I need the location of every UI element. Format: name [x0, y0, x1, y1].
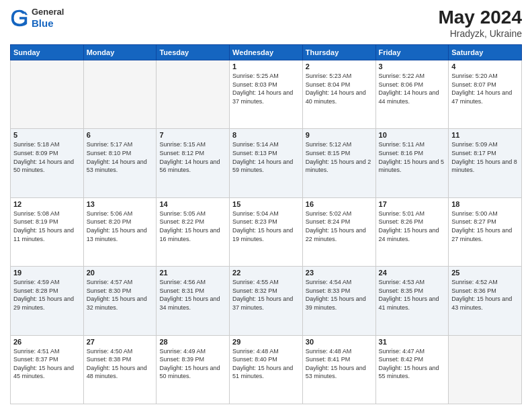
- calendar-cell: 20Sunrise: 4:57 AMSunset: 8:30 PMDayligh…: [83, 267, 157, 335]
- day-info: Sunrise: 4:54 AMSunset: 8:33 PMDaylight:…: [306, 278, 373, 312]
- day-info: Sunrise: 5:06 AMSunset: 8:20 PMDaylight:…: [87, 210, 154, 243]
- day-info: Sunrise: 4:48 AMSunset: 8:41 PMDaylight:…: [306, 347, 373, 381]
- day-number: 19: [13, 269, 81, 277]
- day-number: 21: [159, 269, 226, 277]
- weekday-header-thursday: Thursday: [302, 45, 375, 60]
- day-info: Sunrise: 5:14 AMSunset: 8:13 PMDaylight:…: [232, 140, 300, 174]
- calendar-cell: 30Sunrise: 4:48 AMSunset: 8:41 PMDayligh…: [302, 335, 375, 404]
- calendar-cell: 13Sunrise: 5:06 AMSunset: 8:20 PMDayligh…: [83, 197, 157, 266]
- day-number: 11: [451, 131, 519, 139]
- logo-general: General: [32, 7, 64, 17]
- logo-blue: Blue: [32, 17, 54, 29]
- day-number: 13: [87, 200, 154, 208]
- day-info: Sunrise: 5:04 AMSunset: 8:23 PMDaylight:…: [232, 210, 300, 243]
- day-info: Sunrise: 5:18 AMSunset: 8:09 PMDaylight:…: [13, 140, 81, 174]
- day-info: Sunrise: 4:51 AMSunset: 8:37 PMDaylight:…: [13, 347, 81, 381]
- day-number: 20: [87, 269, 154, 277]
- day-info: Sunrise: 5:02 AMSunset: 8:24 PMDaylight:…: [306, 210, 373, 243]
- calendar-cell: 21Sunrise: 4:56 AMSunset: 8:31 PMDayligh…: [157, 267, 230, 335]
- calendar-cell: 15Sunrise: 5:04 AMSunset: 8:23 PMDayligh…: [230, 197, 303, 266]
- day-info: Sunrise: 5:17 AMSunset: 8:10 PMDaylight:…: [87, 140, 154, 174]
- weekday-header-wednesday: Wednesday: [230, 45, 303, 60]
- day-number: 5: [13, 131, 81, 139]
- week-row-5: 26Sunrise: 4:51 AMSunset: 8:37 PMDayligh…: [11, 335, 522, 404]
- day-number: 4: [451, 62, 519, 71]
- day-number: 18: [451, 200, 519, 208]
- calendar-cell: 10Sunrise: 5:11 AMSunset: 8:16 PMDayligh…: [375, 129, 449, 197]
- day-info: Sunrise: 5:01 AMSunset: 8:26 PMDaylight:…: [379, 210, 446, 243]
- calendar-cell: 24Sunrise: 4:53 AMSunset: 8:35 PMDayligh…: [375, 267, 449, 335]
- week-row-2: 5Sunrise: 5:18 AMSunset: 8:09 PMDaylight…: [11, 129, 522, 197]
- day-info: Sunrise: 5:20 AMSunset: 8:07 PMDaylight:…: [451, 72, 519, 105]
- day-info: Sunrise: 5:05 AMSunset: 8:22 PMDaylight:…: [159, 210, 226, 243]
- logo-text: General Blue: [32, 7, 64, 30]
- calendar-cell: 2Sunrise: 5:23 AMSunset: 8:04 PMDaylight…: [302, 60, 375, 129]
- calendar-cell: 23Sunrise: 4:54 AMSunset: 8:33 PMDayligh…: [302, 267, 375, 335]
- day-number: 28: [159, 338, 226, 346]
- day-number: 10: [379, 131, 446, 139]
- calendar-cell: 27Sunrise: 4:50 AMSunset: 8:38 PMDayligh…: [83, 335, 157, 404]
- calendar-cell: 28Sunrise: 4:49 AMSunset: 8:39 PMDayligh…: [157, 335, 230, 404]
- logo: General Blue: [10, 7, 64, 30]
- day-number: 14: [159, 200, 226, 208]
- page: General Blue May 2024 Hradyzk, Ukraine S…: [0, 0, 532, 411]
- calendar-table: SundayMondayTuesdayWednesdayThursdayFrid…: [10, 44, 522, 404]
- month-year: May 2024: [438, 7, 522, 28]
- day-number: 31: [379, 338, 446, 346]
- day-info: Sunrise: 5:23 AMSunset: 8:04 PMDaylight:…: [306, 72, 373, 105]
- title-block: May 2024 Hradyzk, Ukraine: [438, 7, 522, 39]
- day-info: Sunrise: 5:22 AMSunset: 8:06 PMDaylight:…: [379, 72, 446, 105]
- day-info: Sunrise: 4:50 AMSunset: 8:38 PMDaylight:…: [87, 347, 154, 381]
- calendar-cell: 16Sunrise: 5:02 AMSunset: 8:24 PMDayligh…: [302, 197, 375, 266]
- calendar-cell: 6Sunrise: 5:17 AMSunset: 8:10 PMDaylight…: [83, 129, 157, 197]
- day-number: 30: [306, 338, 373, 346]
- calendar-cell: 3Sunrise: 5:22 AMSunset: 8:06 PMDaylight…: [375, 60, 449, 129]
- day-number: 9: [306, 131, 373, 139]
- calendar-cell: 14Sunrise: 5:05 AMSunset: 8:22 PMDayligh…: [157, 197, 230, 266]
- calendar-cell: 18Sunrise: 5:00 AMSunset: 8:27 PMDayligh…: [449, 197, 522, 266]
- weekday-header-saturday: Saturday: [449, 45, 522, 60]
- day-number: 22: [232, 269, 300, 277]
- calendar-cell: [157, 60, 230, 129]
- day-info: Sunrise: 4:47 AMSunset: 8:42 PMDaylight:…: [379, 347, 446, 381]
- header: General Blue May 2024 Hradyzk, Ukraine: [10, 7, 522, 39]
- week-row-1: 1Sunrise: 5:25 AMSunset: 8:03 PMDaylight…: [11, 60, 522, 129]
- day-info: Sunrise: 4:59 AMSunset: 8:28 PMDaylight:…: [13, 278, 81, 312]
- day-info: Sunrise: 5:11 AMSunset: 8:16 PMDaylight:…: [379, 140, 446, 174]
- calendar-cell: [83, 60, 157, 129]
- calendar-cell: 5Sunrise: 5:18 AMSunset: 8:09 PMDaylight…: [11, 129, 84, 197]
- day-info: Sunrise: 5:12 AMSunset: 8:15 PMDaylight:…: [306, 140, 373, 174]
- day-number: 8: [232, 131, 300, 139]
- location: Hradyzk, Ukraine: [438, 28, 522, 39]
- week-row-3: 12Sunrise: 5:08 AMSunset: 8:19 PMDayligh…: [11, 197, 522, 266]
- day-number: 6: [87, 131, 154, 139]
- day-info: Sunrise: 5:09 AMSunset: 8:17 PMDaylight:…: [451, 140, 519, 174]
- day-number: 1: [232, 62, 300, 71]
- day-number: 2: [306, 62, 373, 71]
- calendar-cell: 29Sunrise: 4:48 AMSunset: 8:40 PMDayligh…: [230, 335, 303, 404]
- day-info: Sunrise: 4:49 AMSunset: 8:39 PMDaylight:…: [159, 347, 226, 381]
- weekday-header-monday: Monday: [83, 45, 157, 60]
- weekday-header-sunday: Sunday: [11, 45, 84, 60]
- calendar-cell: 1Sunrise: 5:25 AMSunset: 8:03 PMDaylight…: [230, 60, 303, 129]
- day-number: 23: [306, 269, 373, 277]
- calendar-cell: 17Sunrise: 5:01 AMSunset: 8:26 PMDayligh…: [375, 197, 449, 266]
- day-number: 29: [232, 338, 300, 346]
- weekday-header-tuesday: Tuesday: [157, 45, 230, 60]
- calendar-cell: 4Sunrise: 5:20 AMSunset: 8:07 PMDaylight…: [449, 60, 522, 129]
- calendar-cell: 7Sunrise: 5:15 AMSunset: 8:12 PMDaylight…: [157, 129, 230, 197]
- weekday-header-friday: Friday: [375, 45, 449, 60]
- day-info: Sunrise: 4:57 AMSunset: 8:30 PMDaylight:…: [87, 278, 154, 312]
- week-row-4: 19Sunrise: 4:59 AMSunset: 8:28 PMDayligh…: [11, 267, 522, 335]
- day-info: Sunrise: 5:15 AMSunset: 8:12 PMDaylight:…: [159, 140, 226, 174]
- day-number: 24: [379, 269, 446, 277]
- weekday-header-row: SundayMondayTuesdayWednesdayThursdayFrid…: [11, 45, 522, 60]
- calendar-cell: [449, 335, 522, 404]
- calendar-cell: 22Sunrise: 4:55 AMSunset: 8:32 PMDayligh…: [230, 267, 303, 335]
- day-number: 26: [13, 338, 81, 346]
- day-number: 17: [379, 200, 446, 208]
- calendar-cell: 12Sunrise: 5:08 AMSunset: 8:19 PMDayligh…: [11, 197, 84, 266]
- day-number: 15: [232, 200, 300, 208]
- day-info: Sunrise: 4:52 AMSunset: 8:36 PMDaylight:…: [451, 278, 519, 312]
- calendar-cell: 25Sunrise: 4:52 AMSunset: 8:36 PMDayligh…: [449, 267, 522, 335]
